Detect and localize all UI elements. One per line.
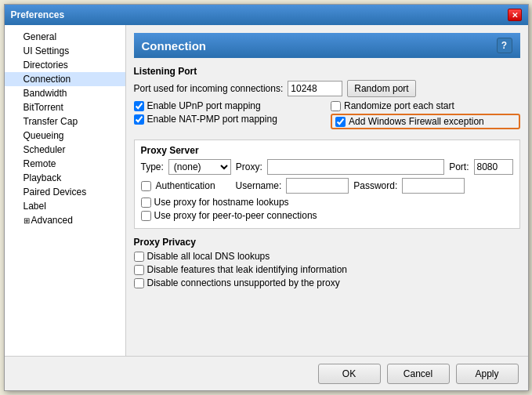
proxy-privacy-section: Proxy Privacy Disable all local DNS look… [134,237,520,291]
proxy-addr-label: Proxy: [236,161,262,172]
sidebar-item-scheduler[interactable]: Scheduler [5,143,125,157]
natpmp-row: Enable NAT-PMP port mapping [134,114,324,125]
hostname-lookup-row: Use proxy for hostname lookups [141,197,513,208]
sidebar-item-playback[interactable]: Playback [5,171,125,185]
password-input[interactable] [402,178,465,194]
authentication-checkbox[interactable] [141,181,151,191]
username-label: Username: [236,180,282,191]
sidebar-item-bandwidth[interactable]: Bandwidth [5,86,125,100]
firewall-highlight: Add Windows Firewall exception [331,114,520,129]
peer-connections-checkbox[interactable] [141,211,151,221]
proxy-server-title: Proxy Server [141,145,513,156]
proxy-address-input[interactable] [267,159,444,175]
firewall-label: Add Windows Firewall exception [349,116,484,127]
listening-port-section: Listening Port Port used for incoming co… [134,66,520,132]
hostname-lookup-checkbox[interactable] [141,198,151,208]
port-row: Port used for incoming connections: Rand… [134,80,520,97]
expand-icon: ⊞ [24,216,30,225]
sidebar-item-connection[interactable]: Connection [5,72,125,86]
proxy-type-select[interactable]: (none) HTTP SOCKS4 SOCKS5 [168,159,231,175]
disable-unsupported-checkbox[interactable] [134,278,144,288]
cancel-button[interactable]: Cancel [387,364,450,384]
peer-connections-label: Use proxy for peer-to-peer connections [154,210,317,221]
titlebar: Preferences ✕ [5,5,528,25]
upnp-row: Enable UPnP port mapping [134,100,324,111]
sidebar-item-queueing[interactable]: Queueing [5,129,125,143]
proxy-port-label: Port: [449,161,469,172]
sidebar: General UI Settings Directories Connecti… [5,25,126,356]
authentication-label: Authentication [156,180,215,191]
proxy-type-row: Type: (none) HTTP SOCKS4 SOCKS5 Proxy: P… [141,159,513,175]
disable-unsupported-label: Disable connections unsupported by the p… [147,277,340,288]
randomize-port-checkbox[interactable] [331,101,341,111]
listening-port-title: Listening Port [134,66,520,77]
window-controls: ✕ [508,9,522,21]
randomize-port-label: Randomize port each start [344,100,454,111]
panel-title: Connection [142,39,207,53]
sidebar-item-ui-settings[interactable]: UI Settings [5,44,125,58]
sidebar-item-advanced[interactable]: ⊞Advanced [5,213,125,227]
footer: OK Cancel Apply [5,356,528,390]
proxy-privacy-title: Proxy Privacy [134,237,520,248]
proxy-port-input[interactable] [474,159,513,175]
sidebar-item-directories[interactable]: Directories [5,58,125,72]
ok-button[interactable]: OK [318,364,381,384]
password-label: Password: [353,180,397,191]
close-button[interactable]: ✕ [508,9,522,21]
randomize-port-row: Randomize port each start [331,100,520,111]
upnp-label: Enable UPnP port mapping [147,100,261,111]
natpmp-label: Enable NAT-PMP port mapping [147,114,277,125]
disable-unsupported-row: Disable connections unsupported by the p… [134,277,520,288]
natpmp-checkbox[interactable] [134,114,144,125]
sidebar-item-general[interactable]: General [5,30,125,44]
peer-connections-row: Use proxy for peer-to-peer connections [141,210,513,221]
disable-dns-row: Disable all local DNS lookups [134,251,520,262]
help-button[interactable]: ? [497,38,512,53]
sidebar-item-label[interactable]: Label [5,199,125,213]
sidebar-item-paired-devices[interactable]: Paired Devices [5,185,125,199]
port-input[interactable] [288,81,342,96]
options-left: Enable UPnP port mapping Enable NAT-PMP … [134,100,324,129]
sidebar-item-transfer-cap[interactable]: Transfer Cap [5,114,125,129]
options-two-col: Enable UPnP port mapping Enable NAT-PMP … [134,100,520,129]
options-right: Randomize port each start Add Windows Fi… [331,100,520,129]
auth-row: Authentication Username: Password: [141,178,513,194]
port-label: Port used for incoming connections: [134,83,284,94]
upnp-checkbox[interactable] [134,101,144,111]
content-area: General UI Settings Directories Connecti… [5,25,528,356]
sidebar-item-bittorrent[interactable]: BitTorrent [5,100,125,114]
firewall-checkbox[interactable] [335,117,346,127]
apply-button[interactable]: Apply [456,364,519,384]
panel-header: Connection ? [134,33,520,58]
username-input[interactable] [286,178,349,194]
disable-leak-row: Disable features that leak identifying i… [134,264,520,275]
proxy-server-section: Proxy Server Type: (none) HTTP SOCKS4 SO… [134,140,520,229]
disable-dns-checkbox[interactable] [134,252,144,262]
disable-leak-label: Disable features that leak identifying i… [147,264,347,275]
window-title: Preferences [11,9,65,20]
random-port-button[interactable]: Random port [347,80,415,97]
sidebar-item-remote[interactable]: Remote [5,157,125,171]
disable-leak-checkbox[interactable] [134,265,144,275]
preferences-window: Preferences ✕ General UI Settings Direct… [4,4,529,391]
hostname-lookup-label: Use proxy for hostname lookups [154,197,289,208]
main-panel: Connection ? Listening Port Port used fo… [126,25,528,356]
type-label: Type: [141,161,164,172]
disable-dns-label: Disable all local DNS lookups [147,251,270,262]
